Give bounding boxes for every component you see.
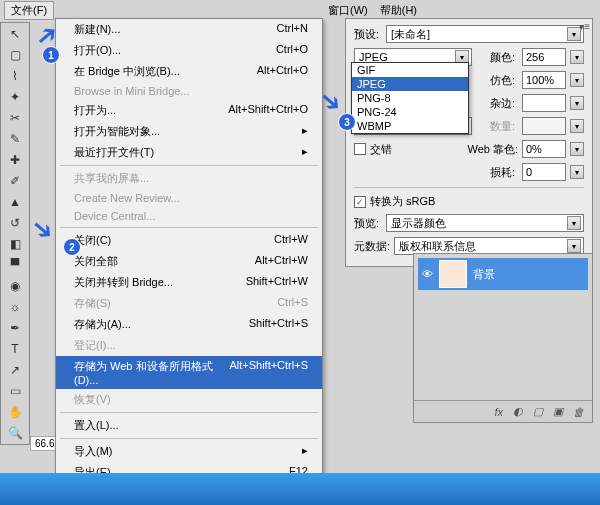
opt-jpeg[interactable]: JPEG [352,77,468,91]
mi-revert: 恢复(V) [56,389,322,410]
layer-thumbnail [439,260,467,288]
stepper-icon[interactable]: ▾ [570,50,584,64]
stepper-icon[interactable]: ▾ [570,73,584,87]
chevron-down-icon: ▾ [567,216,581,230]
folder-icon[interactable]: ▢ [533,405,543,418]
colors-label: 颜色: [490,50,518,65]
matte-input[interactable] [522,94,566,112]
shape-tool[interactable]: ▭ [4,382,26,400]
opt-png8[interactable]: PNG-8 [352,91,468,105]
preset-label: 预设: [354,27,382,42]
matte-label: 杂边: [490,96,518,111]
new-layer-icon[interactable]: ▣ [553,405,563,418]
format-dropdown: GIF JPEG PNG-8 PNG-24 WBMP [351,62,469,134]
mi-share: 共享我的屏幕... [56,168,322,189]
file-menu-button[interactable]: 文件(F) [4,1,54,20]
menu-help[interactable]: 帮助(H) [380,3,417,18]
panel-menu-icon[interactable]: ▾≡ [579,21,590,32]
websnap-label: Web 靠色: [467,142,518,157]
preset-select[interactable]: [未命名]▾ [386,25,584,43]
taskbar [0,473,600,505]
stamp-tool[interactable]: ▲ [4,193,26,211]
mi-checkin: 登记(I)... [56,335,322,356]
mi-device: Device Central... [56,207,322,225]
opt-wbmp[interactable]: WBMP [352,119,468,133]
chevron-down-icon: ▾ [567,239,581,253]
fx-icon[interactable]: fx [494,406,503,418]
mi-open[interactable]: 打开(O)...Ctrl+O [56,40,322,61]
gradient-tool[interactable]: ▀ [4,256,26,274]
blur-tool[interactable]: ◉ [4,277,26,295]
opt-png24[interactable]: PNG-24 [352,105,468,119]
layer-name: 背景 [473,267,495,282]
mi-save: 存储(S)Ctrl+S [56,293,322,314]
mi-mini: Browse in Mini Bridge... [56,82,322,100]
eye-icon[interactable]: 👁 [422,268,433,280]
file-dropdown: 新建(N)...Ctrl+N 打开(O)...Ctrl+O 在 Bridge 中… [55,18,323,505]
trash-icon[interactable]: 🗑 [573,406,584,418]
mi-import[interactable]: 导入(M)▸ [56,441,322,462]
amount-label: 数量: [490,119,518,134]
dodge-tool[interactable]: ☼ [4,298,26,316]
mi-recent[interactable]: 最近打开文件(T)▸ [56,142,322,163]
mi-bridge[interactable]: 在 Bridge 中浏览(B)...Alt+Ctrl+O [56,61,322,82]
convert-label: 转换为 sRGB [370,194,435,209]
stepper-icon: ▾ [570,119,584,133]
lasso-tool[interactable]: ⌇ [4,67,26,85]
preview-label: 预览: [354,216,382,231]
opt-gif[interactable]: GIF [352,63,468,77]
eraser-tool[interactable]: ◧ [4,235,26,253]
stepper-icon[interactable]: ▾ [570,165,584,179]
stepper-icon[interactable]: ▾ [570,142,584,156]
annotation-badge-3: 3 [338,113,356,131]
menu-window[interactable]: 窗口(W) [328,3,368,18]
mi-saveas[interactable]: 存储为(A)...Shift+Ctrl+S [56,314,322,335]
brush-tool[interactable]: ✐ [4,172,26,190]
meta-label: 元数据: [354,239,390,254]
layers-footer: fx ◐ ▢ ▣ 🗑 [414,400,592,422]
amount-input [522,117,566,135]
marquee-tool[interactable]: ▢ [4,46,26,64]
crop-tool[interactable]: ✂ [4,109,26,127]
mi-review: Create New Review... [56,189,322,207]
path-tool[interactable]: ↗ [4,361,26,379]
convert-checkbox[interactable]: ✓ [354,196,366,208]
websnap-input[interactable]: 0% [522,140,566,158]
dither-input[interactable]: 100% [522,71,566,89]
preview-select[interactable]: 显示器颜色▾ [386,214,584,232]
mask-icon[interactable]: ◐ [513,405,523,418]
history-tool[interactable]: ↺ [4,214,26,232]
mi-saveweb[interactable]: 存储为 Web 和设备所用格式(D)...Alt+Shift+Ctrl+S [56,356,322,389]
move-tool[interactable]: ↖ [4,25,26,43]
mi-closego[interactable]: 关闭并转到 Bridge...Shift+Ctrl+W [56,272,322,293]
hand-tool[interactable]: ✋ [4,403,26,421]
mi-close[interactable]: 关闭(C)Ctrl+W [56,230,322,251]
interlace-label: 交错 [370,142,392,157]
mi-openas[interactable]: 打开为...Alt+Shift+Ctrl+O [56,100,322,121]
save-for-web-panel: ▾≡ 预设: [未命名]▾ JPEG▾ 颜色: 256▾ 仿色: 100%▾ ✓… [345,18,593,267]
mi-closeall[interactable]: 关闭全部Alt+Ctrl+W [56,251,322,272]
loss-input[interactable]: 0 [522,163,566,181]
mi-smart[interactable]: 打开为智能对象...▸ [56,121,322,142]
stepper-icon[interactable]: ▾ [570,96,584,110]
dither-label: 仿色: [490,73,518,88]
layer-row[interactable]: 👁 背景 [418,258,588,290]
colors-input[interactable]: 256 [522,48,566,66]
heal-tool[interactable]: ✚ [4,151,26,169]
interlace-checkbox[interactable] [354,143,366,155]
zoom-tool[interactable]: 🔍 [4,424,26,442]
eyedrop-tool[interactable]: ✎ [4,130,26,148]
mi-new[interactable]: 新建(N)...Ctrl+N [56,19,322,40]
wand-tool[interactable]: ✦ [4,88,26,106]
annotation-badge-2: 2 [63,238,81,256]
type-tool[interactable]: T [4,340,26,358]
mi-place[interactable]: 置入(L)... [56,415,322,436]
layers-panel: 👁 背景 fx ◐ ▢ ▣ 🗑 [413,253,593,423]
pen-tool[interactable]: ✒ [4,319,26,337]
loss-label: 损耗: [490,165,518,180]
